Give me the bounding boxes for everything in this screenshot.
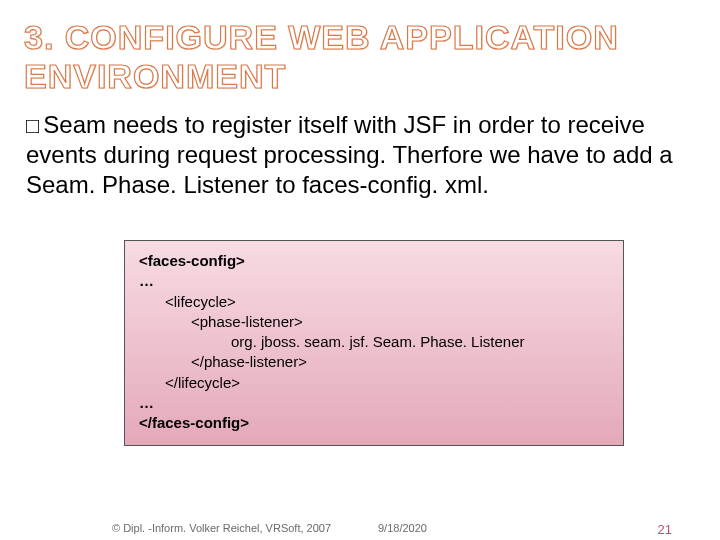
slide-title: 3. CONFIGURE WEB APPLICATION ENVIRONMENT [24, 18, 696, 96]
code-line: </faces-config> [139, 413, 609, 433]
footer-date: 9/18/2020 [378, 522, 427, 534]
footer-copyright: © Dipl. -Inform. Volker Reichel, VRSoft,… [112, 522, 331, 534]
code-line: … [139, 393, 609, 413]
body-paragraph: □Seam needs to register itself with JSF … [26, 110, 686, 200]
code-line: org. jboss. seam. jsf. Seam. Phase. List… [139, 332, 609, 352]
code-line: </lifecycle> [139, 373, 609, 393]
code-line: </phase-listener> [139, 352, 609, 372]
code-line: <lifecycle> [139, 292, 609, 312]
slide-container: 3. CONFIGURE WEB APPLICATION ENVIRONMENT… [0, 0, 720, 446]
title-number: 3. [24, 18, 54, 56]
body-text: Seam needs to register itself with JSF i… [26, 111, 673, 198]
bullet-icon: □ [26, 113, 39, 138]
code-line: <phase-listener> [139, 312, 609, 332]
footer-page-number: 21 [658, 522, 672, 537]
code-line: … [139, 271, 609, 291]
code-block: <faces-config> … <lifecycle> <phase-list… [124, 240, 624, 446]
title-text: CONFIGURE WEB APPLICATION ENVIRONMENT [24, 18, 619, 95]
code-line: <faces-config> [139, 251, 609, 271]
